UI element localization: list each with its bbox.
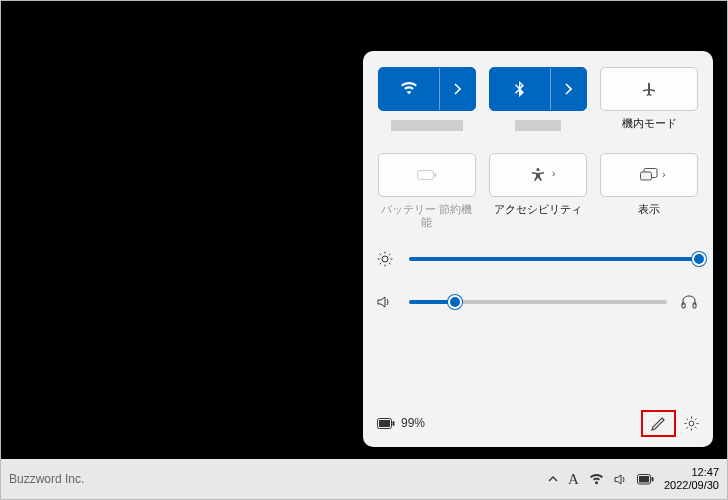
battery-saver-icon xyxy=(417,169,437,181)
wifi-expand[interactable] xyxy=(439,68,475,110)
battery-saver-tile[interactable] xyxy=(378,153,476,197)
tray-clock[interactable]: 12:47 2022/09/30 xyxy=(664,466,719,492)
brand-text: Buzzword Inc. xyxy=(9,472,84,486)
accessibility-icon: › xyxy=(530,167,546,183)
airplane-tile[interactable] xyxy=(600,67,698,111)
wifi-icon xyxy=(379,68,439,110)
project-tile[interactable]: › xyxy=(600,153,698,197)
svg-line-11 xyxy=(389,263,390,264)
bluetooth-expand[interactable] xyxy=(550,68,586,110)
svg-rect-4 xyxy=(641,172,652,180)
tray-volume-icon[interactable] xyxy=(614,473,627,486)
bluetooth-tile[interactable] xyxy=(489,67,587,111)
svg-line-12 xyxy=(380,263,381,264)
edit-quick-settings-button[interactable] xyxy=(641,410,676,437)
taskbar: Buzzword Inc. A 12:47 2022/09/30 xyxy=(1,459,727,499)
volume-icon xyxy=(377,295,395,309)
volume-row xyxy=(377,295,699,309)
svg-point-5 xyxy=(382,256,388,262)
battery-saver-label: バッテリー 節約機能 xyxy=(377,203,476,229)
svg-rect-21 xyxy=(639,476,649,483)
volume-slider[interactable] xyxy=(409,300,667,304)
wifi-tile[interactable] xyxy=(378,67,476,111)
project-label: 表示 xyxy=(638,203,660,229)
svg-rect-22 xyxy=(651,477,653,482)
project-icon: › xyxy=(640,168,658,182)
airplane-icon xyxy=(641,81,657,97)
svg-rect-0 xyxy=(417,171,433,180)
svg-rect-18 xyxy=(393,421,395,426)
wifi-label xyxy=(391,120,463,131)
system-tray: A 12:47 2022/09/30 xyxy=(548,466,719,492)
tray-ime-indicator[interactable]: A xyxy=(568,471,579,488)
airplane-label: 機内モード xyxy=(622,117,677,143)
quick-settings-panel: 機内モード バッテリー 節約機能 › アクセシビリティ xyxy=(363,51,713,447)
tray-overflow-icon[interactable] xyxy=(548,475,558,483)
settings-icon[interactable] xyxy=(684,416,699,431)
svg-line-10 xyxy=(380,254,381,255)
svg-point-2 xyxy=(536,168,539,171)
tray-wifi-icon[interactable] xyxy=(589,473,604,485)
svg-point-19 xyxy=(689,421,694,426)
bluetooth-icon xyxy=(490,68,550,110)
accessibility-tile[interactable]: › xyxy=(489,153,587,197)
brightness-icon xyxy=(377,251,395,267)
brightness-slider[interactable] xyxy=(409,257,699,261)
brightness-row xyxy=(377,251,699,267)
svg-rect-1 xyxy=(434,173,436,177)
svg-rect-17 xyxy=(379,420,390,427)
quick-settings-grid: 機内モード バッテリー 節約機能 › アクセシビリティ xyxy=(377,67,699,229)
tray-battery-icon[interactable] xyxy=(637,474,654,485)
audio-output-icon[interactable] xyxy=(681,295,699,309)
bluetooth-label xyxy=(515,120,561,131)
accessibility-label: アクセシビリティ xyxy=(494,203,582,229)
svg-line-13 xyxy=(389,254,390,255)
battery-status[interactable]: 99% xyxy=(377,416,425,430)
